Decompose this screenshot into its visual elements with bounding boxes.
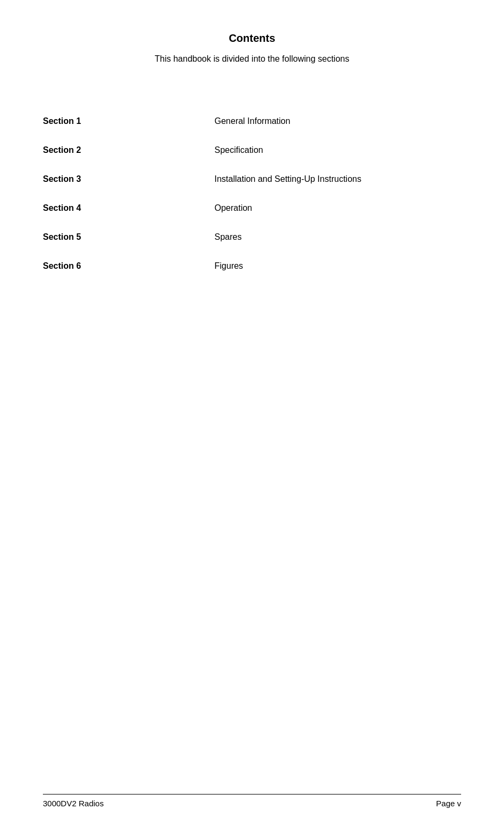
section-description: Spares (214, 232, 242, 242)
toc-row: Section 3Installation and Setting-Up Ins… (43, 165, 461, 194)
footer: 3000DV2 Radios Page v (43, 794, 461, 808)
section-label: Section 1 (43, 116, 214, 126)
section-description: Specification (214, 145, 263, 155)
toc-table: Section 1General InformationSection 2Spe… (43, 107, 461, 281)
toc-row: Section 6Figures (43, 252, 461, 281)
section-label: Section 6 (43, 261, 214, 271)
page-subtitle: This handbook is divided into the follow… (43, 54, 461, 64)
toc-row: Section 5Spares (43, 223, 461, 252)
footer-left: 3000DV2 Radios (43, 799, 103, 808)
section-description: Figures (214, 261, 243, 271)
section-description: Installation and Setting-Up Instructions (214, 174, 361, 184)
section-label: Section 4 (43, 203, 214, 213)
page-container: Contents This handbook is divided into t… (0, 0, 504, 824)
toc-row: Section 4Operation (43, 194, 461, 223)
footer-right: Page v (436, 799, 461, 808)
page-title: Contents (43, 32, 461, 45)
section-description: General Information (214, 116, 290, 126)
section-label: Section 3 (43, 174, 214, 184)
section-label: Section 5 (43, 232, 214, 242)
toc-row: Section 1General Information (43, 107, 461, 136)
section-label: Section 2 (43, 145, 214, 155)
section-description: Operation (214, 203, 252, 213)
toc-row: Section 2Specification (43, 136, 461, 165)
